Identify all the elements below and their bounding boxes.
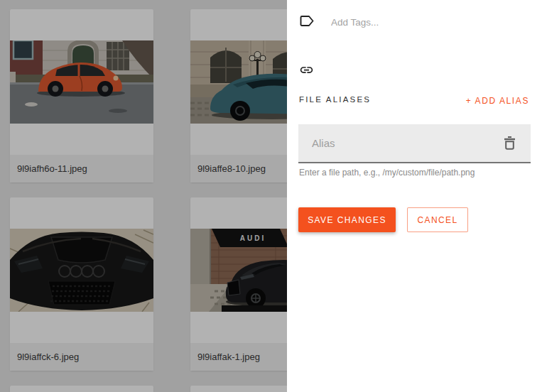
delete-alias-button[interactable] [504,136,516,151]
alias-field-row [298,124,531,163]
alias-input[interactable] [310,136,504,150]
edit-file-panel: FILE ALIASES + ADD ALIAS Enter a file pa… [287,0,542,392]
aliases-header: FILE ALIASES + ADD ALIAS [299,93,529,106]
panel-actions: SAVE CHANGES CANCEL [298,207,468,232]
add-alias-button[interactable]: + ADD ALIAS [466,93,529,106]
trash-icon [504,136,516,151]
save-changes-button[interactable]: SAVE CHANGES [298,207,396,232]
link-icon [299,62,314,77]
cancel-button[interactable]: CANCEL [407,207,468,232]
file-aliases-heading: FILE ALIASES [299,93,371,104]
screen: 9l9iafh6o-11.jpeg [0,0,542,392]
add-tags-input[interactable] [330,12,510,32]
alias-helper-text: Enter a file path, e.g., /my/custom/file… [299,168,475,178]
tag-icon [300,15,315,27]
